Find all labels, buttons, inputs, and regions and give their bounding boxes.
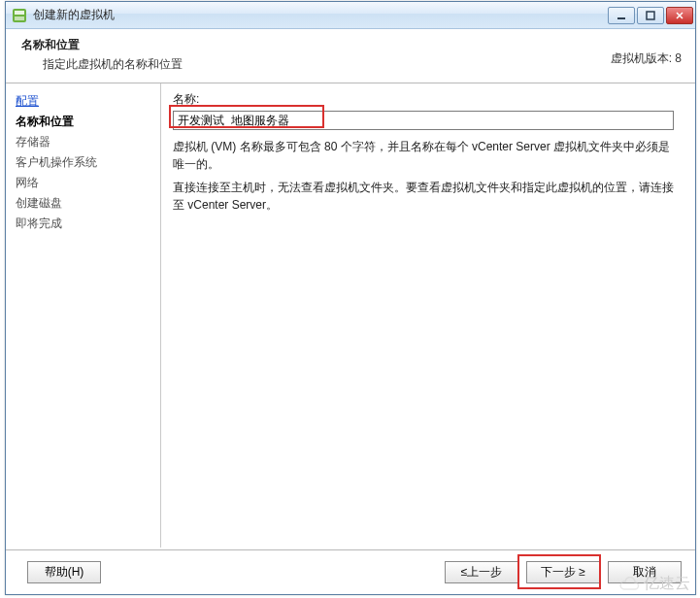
titlebar: 创建新的虚拟机 (6, 2, 695, 29)
window-title: 创建新的虚拟机 (33, 7, 608, 23)
help-text: 虚拟机 (VM) 名称最多可包含 80 个字符，并且名称在每个 vCenter … (173, 138, 674, 214)
wizard-body: 配置 名称和位置 存储器 客户机操作系统 网络 创建磁盘 即将完成 名称: 虚拟… (6, 83, 695, 548)
vm-version-label: 虚拟机版本: 8 (611, 50, 682, 67)
maximize-button[interactable] (637, 7, 664, 24)
minimize-button[interactable] (608, 7, 635, 24)
sidebar-item-guest-os: 客户机操作系统 (16, 152, 160, 173)
svg-rect-4 (647, 12, 654, 19)
vm-name-input[interactable] (173, 111, 674, 130)
sidebar-item-name-location[interactable]: 名称和位置 (16, 112, 160, 132)
sidebar-item-storage: 存储器 (16, 132, 160, 152)
content-pane: 名称: 虚拟机 (VM) 名称最多可包含 80 个字符，并且名称在每个 vCen… (161, 83, 695, 548)
sidebar-item-network: 网络 (16, 173, 160, 193)
sidebar-item-config[interactable]: 配置 (16, 91, 160, 112)
help-line-1: 虚拟机 (VM) 名称最多可包含 80 个字符，并且名称在每个 vCenter … (173, 138, 674, 173)
cancel-button[interactable]: 取消 (608, 561, 682, 583)
page-title: 名称和位置 (19, 37, 682, 53)
svg-rect-2 (15, 17, 24, 20)
back-button[interactable]: ≤上一步 (445, 561, 518, 583)
wizard-window: 创建新的虚拟机 名称和位置 指定此虚拟机的名称和位置 虚拟机版本: 8 配置 名… (5, 1, 696, 595)
help-button[interactable]: 帮助(H) (27, 561, 101, 583)
sidebar: 配置 名称和位置 存储器 客户机操作系统 网络 创建磁盘 即将完成 (6, 83, 161, 548)
svg-rect-1 (15, 11, 24, 15)
sidebar-item-create-disk: 创建磁盘 (16, 193, 160, 214)
close-button[interactable] (666, 7, 693, 24)
svg-rect-3 (617, 17, 625, 19)
window-controls (608, 7, 693, 24)
page-subtitle: 指定此虚拟机的名称和位置 (19, 56, 682, 73)
footer: 帮助(H) ≤上一步 下一步 ≥ 取消 (6, 549, 695, 594)
next-button[interactable]: 下一步 ≥ (526, 561, 600, 583)
app-icon (12, 8, 27, 23)
name-label: 名称: (173, 91, 682, 108)
help-line-2: 直接连接至主机时，无法查看虚拟机文件夹。要查看虚拟机文件夹和指定此虚拟机的位置，… (173, 179, 674, 214)
sidebar-item-ready: 即将完成 (16, 214, 160, 234)
wizard-header: 名称和位置 指定此虚拟机的名称和位置 虚拟机版本: 8 (6, 29, 695, 83)
